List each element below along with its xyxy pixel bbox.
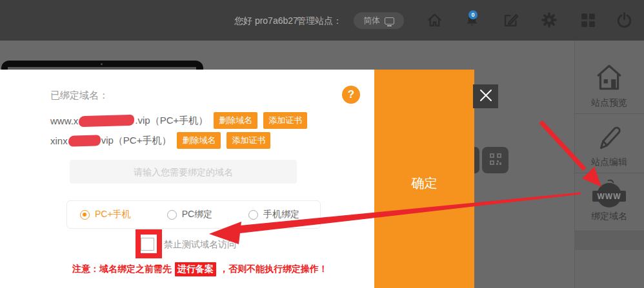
radio-icon xyxy=(80,210,90,220)
user-greeting: 您好 pro7a6b27 xyxy=(234,15,298,27)
power-icon xyxy=(616,12,633,32)
binding-warning: 注意：域名绑定之前需先 进行备案 ，否则不能执行绑定操作！ xyxy=(72,262,328,276)
grid-icon xyxy=(581,13,596,30)
qr-code-icon xyxy=(489,153,502,168)
radio-icon xyxy=(167,210,177,220)
add-certificate-button[interactable]: 添加证书 xyxy=(263,112,307,129)
warning-text-post: ，否则不能执行绑定操作！ xyxy=(219,264,328,275)
delete-domain-button[interactable]: 删除域名 xyxy=(214,112,257,129)
add-certificate-button[interactable]: 添加证书 xyxy=(226,132,270,149)
filing-record-link[interactable]: 进行备案 xyxy=(175,262,216,276)
edit-site-button[interactable] xyxy=(501,12,520,31)
site-preview-home-icon xyxy=(594,63,624,94)
home-icon xyxy=(426,12,443,32)
sidebar-item-label: 站点预览 xyxy=(591,97,627,109)
domain-input[interactable] xyxy=(70,160,297,184)
bound-domain-row: xinxvip（PC+手机） 删除域名 添加证书 xyxy=(50,132,270,149)
sidebar-footer-band xyxy=(574,231,644,250)
logout-button[interactable] xyxy=(614,12,634,31)
redaction-scribble xyxy=(68,135,100,146)
apps-button[interactable] xyxy=(578,12,598,31)
radio-icon xyxy=(248,210,258,220)
home-button[interactable] xyxy=(425,12,444,31)
sidebar-item-bind-domain[interactable]: WWW 绑定域名 xyxy=(574,182,644,222)
confirm-button[interactable]: 确定 xyxy=(374,70,474,288)
radio-pc-and-mobile[interactable]: PC+手机 xyxy=(80,209,131,220)
sidebar-divider xyxy=(574,231,644,231)
laptop-camera-dot xyxy=(101,63,103,65)
forbid-test-domain-label: 禁止测试域名访问 xyxy=(164,239,236,251)
warning-text-pre: 注意：域名绑定之前需先 xyxy=(72,264,172,275)
site-edit-pencil-icon xyxy=(594,122,624,153)
redaction-scribble xyxy=(79,114,134,126)
gear-icon xyxy=(540,11,558,32)
edit-icon xyxy=(502,12,519,32)
monitor-icon xyxy=(385,17,394,24)
notification-badge: 0 xyxy=(468,10,478,19)
bound-domains-label: 已绑定域名： xyxy=(50,90,108,102)
domain-text-suffix: vip（PC+手机） xyxy=(101,135,172,147)
manage-site-label: 管理站点： xyxy=(297,15,342,27)
sidebar-item-site-preview[interactable]: 站点预览 xyxy=(574,63,644,109)
language-preview-button[interactable]: 简体 xyxy=(354,12,404,29)
help-button[interactable]: ? xyxy=(342,86,360,104)
sidebar-item-site-edit[interactable]: 站点编辑 xyxy=(574,122,644,168)
delete-domain-button[interactable]: 删除域名 xyxy=(177,132,221,149)
domain-text-suffix: .vip（PC+手机） xyxy=(135,115,208,127)
sidebar-item-label: 站点编辑 xyxy=(591,157,627,168)
domain-text-prefix: www.x xyxy=(50,115,78,126)
close-icon xyxy=(479,88,493,105)
radio-mobile-bind[interactable]: 手机绑定 xyxy=(248,209,299,220)
qr-code-button[interactable] xyxy=(482,147,508,173)
bind-mode-radio-group: PC+手机 PC绑定 手机绑定 xyxy=(66,200,321,229)
sidebar-item-label: 绑定域名 xyxy=(591,211,627,222)
sidebar-divider xyxy=(574,173,644,173)
language-label: 简体 xyxy=(363,15,380,26)
settings-button[interactable] xyxy=(539,12,559,31)
domain-text-prefix: xinx xyxy=(50,135,68,146)
close-modal-button[interactable] xyxy=(473,84,498,108)
checkbox-highlight-box xyxy=(136,229,162,258)
sidebar-divider xyxy=(574,113,644,114)
www-globe-icon: WWW xyxy=(595,182,623,207)
radio-pc-bind[interactable]: PC绑定 xyxy=(167,209,212,220)
bound-domain-row: www.x.vip（PC+手机） 删除域名 添加证书 xyxy=(50,112,307,129)
